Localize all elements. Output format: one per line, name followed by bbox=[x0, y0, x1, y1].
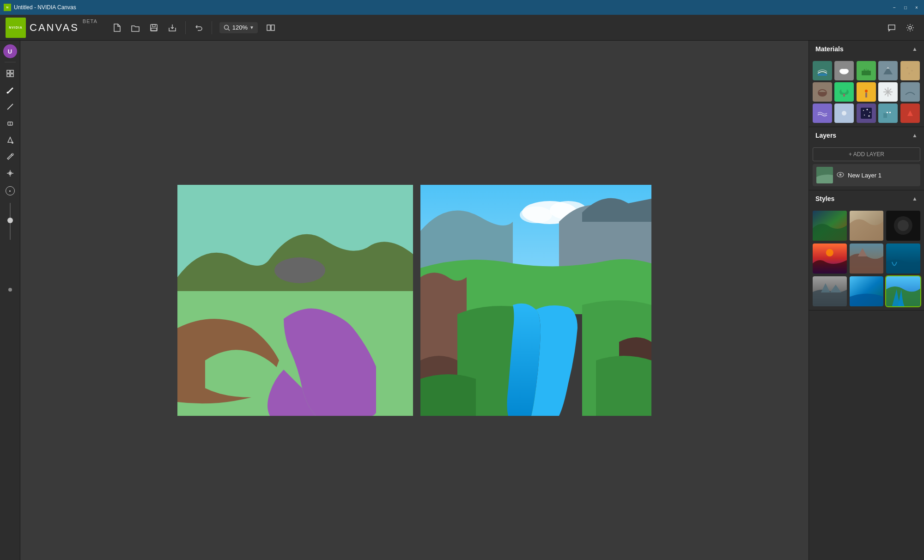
svg-rect-24 bbox=[818, 73, 827, 76]
svg-point-51 bbox=[863, 110, 864, 111]
brush-size-slider-thumb[interactable] bbox=[7, 218, 13, 223]
export-button[interactable] bbox=[164, 19, 181, 36]
svg-point-32 bbox=[908, 73, 910, 74]
style-item-8[interactable] bbox=[850, 276, 884, 306]
style-item-1[interactable] bbox=[813, 211, 847, 241]
material-palm-tree[interactable] bbox=[857, 82, 876, 102]
materials-section: Materials ▲ bbox=[809, 41, 924, 127]
add-layer-button[interactable]: + ADD LAYER bbox=[813, 147, 920, 161]
brush-size-slider-container bbox=[10, 203, 11, 240]
svg-rect-8 bbox=[11, 70, 13, 73]
material-snow[interactable] bbox=[878, 82, 898, 102]
style-item-5[interactable] bbox=[850, 243, 884, 274]
window-controls: − □ × bbox=[891, 4, 920, 11]
style-item-3[interactable] bbox=[886, 211, 920, 241]
svg-point-53 bbox=[869, 112, 870, 113]
material-water-reflection[interactable] bbox=[813, 61, 832, 80]
svg-point-54 bbox=[864, 115, 865, 116]
styles-title: Styles bbox=[815, 195, 834, 202]
styles-header[interactable]: Styles ▲ bbox=[809, 190, 924, 207]
svg-point-36 bbox=[841, 87, 847, 93]
canvas-area[interactable] bbox=[20, 41, 808, 560]
segmentation-canvas[interactable] bbox=[177, 185, 413, 416]
layer-name: New Layer 1 bbox=[848, 172, 917, 179]
settings-button[interactable] bbox=[902, 19, 918, 36]
zoom-dropdown-icon: ▼ bbox=[249, 25, 254, 30]
material-water-purple[interactable] bbox=[813, 103, 832, 123]
material-stars[interactable] bbox=[857, 103, 876, 123]
svg-point-16 bbox=[9, 172, 11, 174]
styles-grid bbox=[809, 207, 924, 310]
app-beta-badge: BETA bbox=[83, 18, 97, 24]
layers-collapse-icon: ▲ bbox=[912, 132, 918, 139]
eyedropper-tool-button[interactable] bbox=[3, 149, 18, 164]
material-rock[interactable] bbox=[813, 82, 832, 102]
feedback-button[interactable] bbox=[883, 19, 900, 36]
svg-rect-7 bbox=[7, 70, 10, 73]
styles-collapse-icon: ▲ bbox=[912, 195, 918, 202]
grid-tool-button[interactable] bbox=[3, 66, 18, 81]
title-bar: N Untitled - NVIDIA Canvas − □ × bbox=[0, 0, 924, 15]
style-item-2[interactable] bbox=[850, 211, 884, 241]
main-toolbar: NVIDIA CANVAS BETA 120% ▼ bbox=[0, 15, 924, 41]
material-building-blue[interactable] bbox=[878, 103, 898, 123]
zoom-value: 120% bbox=[232, 24, 248, 31]
material-red[interactable] bbox=[900, 103, 920, 123]
user-avatar[interactable]: U bbox=[3, 44, 17, 58]
svg-rect-58 bbox=[887, 112, 888, 113]
app-title: CANVAS bbox=[30, 22, 79, 34]
svg-rect-10 bbox=[11, 74, 13, 77]
compare-button[interactable] bbox=[262, 19, 279, 36]
layers-section: Layers ▲ + ADD LAYER New Layer 1 bbox=[809, 127, 924, 190]
styles-section: Styles ▲ bbox=[809, 190, 924, 310]
svg-rect-29 bbox=[905, 65, 916, 76]
style-item-4[interactable] bbox=[813, 243, 847, 274]
material-mountain[interactable] bbox=[878, 61, 898, 80]
minimize-button[interactable]: − bbox=[891, 4, 898, 11]
brush-tool-button[interactable] bbox=[3, 83, 18, 97]
svg-point-31 bbox=[911, 70, 913, 72]
layer-visibility-button[interactable] bbox=[837, 171, 844, 180]
undo-button[interactable] bbox=[190, 19, 207, 36]
right-panel: Materials ▲ bbox=[808, 41, 924, 560]
style-item-7[interactable] bbox=[813, 276, 847, 306]
material-bush[interactable] bbox=[834, 82, 854, 102]
layer-item-new-layer-1[interactable]: New Layer 1 bbox=[813, 164, 920, 186]
svg-point-55 bbox=[868, 116, 869, 117]
pan-tool-button[interactable] bbox=[3, 166, 18, 181]
material-tundra[interactable] bbox=[900, 82, 920, 102]
line-tool-button[interactable] bbox=[3, 99, 18, 114]
svg-point-41 bbox=[865, 90, 868, 92]
close-button[interactable]: × bbox=[913, 4, 920, 11]
style-item-6[interactable] bbox=[886, 243, 920, 274]
materials-title: Materials bbox=[815, 45, 844, 53]
zoom-control[interactable]: 120% ▼ bbox=[219, 22, 258, 33]
nvidia-icon: N bbox=[4, 4, 11, 11]
main-content: U bbox=[0, 41, 924, 560]
svg-rect-37 bbox=[843, 94, 845, 97]
svg-point-63 bbox=[839, 173, 842, 176]
open-button[interactable] bbox=[127, 19, 144, 36]
fill-tool-button[interactable] bbox=[3, 133, 18, 147]
materials-header[interactable]: Materials ▲ bbox=[809, 41, 924, 57]
layer-thumbnail bbox=[816, 167, 833, 183]
svg-rect-28 bbox=[862, 71, 871, 75]
svg-point-3 bbox=[224, 25, 228, 29]
svg-rect-4 bbox=[267, 25, 270, 30]
left-toolbar-separator bbox=[5, 62, 16, 62]
svg-rect-0 bbox=[151, 24, 157, 31]
eraser-tool-button[interactable] bbox=[3, 116, 18, 131]
material-cloud[interactable] bbox=[834, 61, 854, 80]
style-item-9[interactable] bbox=[886, 276, 920, 306]
material-grass[interactable] bbox=[857, 61, 876, 80]
material-sky-light[interactable] bbox=[834, 103, 854, 123]
window-title: Untitled - NVIDIA Canvas bbox=[14, 4, 891, 11]
slider-dot bbox=[8, 288, 12, 292]
new-button[interactable] bbox=[109, 19, 125, 36]
maximize-button[interactable]: □ bbox=[902, 4, 909, 11]
material-sand[interactable] bbox=[900, 61, 920, 80]
svg-point-27 bbox=[843, 69, 849, 73]
layers-title: Layers bbox=[815, 132, 836, 139]
layers-header[interactable]: Layers ▲ bbox=[809, 127, 924, 144]
save-button[interactable] bbox=[146, 19, 162, 36]
